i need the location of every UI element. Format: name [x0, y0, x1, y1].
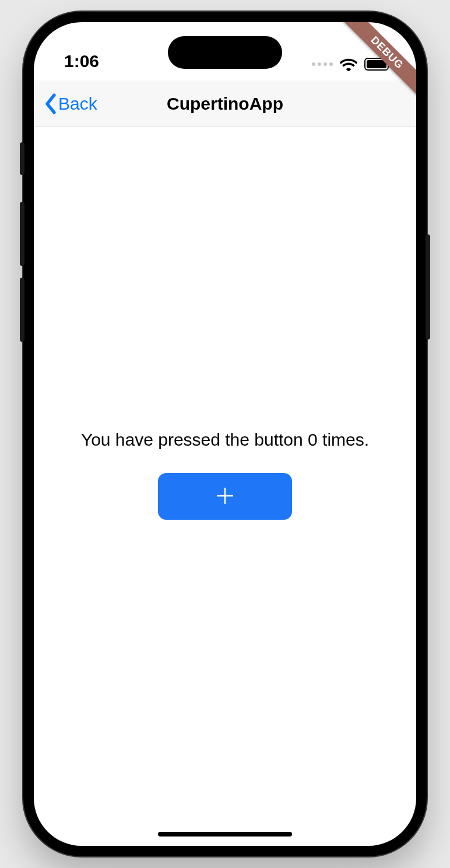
side-button-power [426, 235, 430, 340]
main-content: You have pressed the button 0 times. [34, 127, 416, 822]
home-indicator[interactable] [158, 832, 292, 836]
dynamic-island [168, 36, 282, 69]
plus-icon [215, 486, 235, 508]
counter-label: You have pressed the button 0 times. [81, 430, 369, 450]
page-title: CupertinoApp [167, 94, 283, 114]
home-indicator-area [34, 822, 416, 846]
increment-button[interactable] [158, 473, 292, 520]
screen: DEBUG 1:06 [34, 22, 416, 846]
side-button-volume-up [20, 202, 24, 266]
back-button[interactable]: Back [41, 90, 101, 118]
back-button-label: Back [58, 94, 97, 114]
status-indicators [312, 57, 392, 71]
navigation-bar: Back CupertinoApp [34, 80, 416, 127]
device-frame: DEBUG 1:06 [23, 12, 427, 856]
side-button-silence [20, 142, 24, 175]
cellular-icon [312, 62, 333, 66]
wifi-icon [340, 57, 357, 71]
chevron-left-icon [44, 93, 57, 114]
status-time: 1:06 [64, 51, 99, 71]
side-button-volume-down [20, 278, 24, 342]
